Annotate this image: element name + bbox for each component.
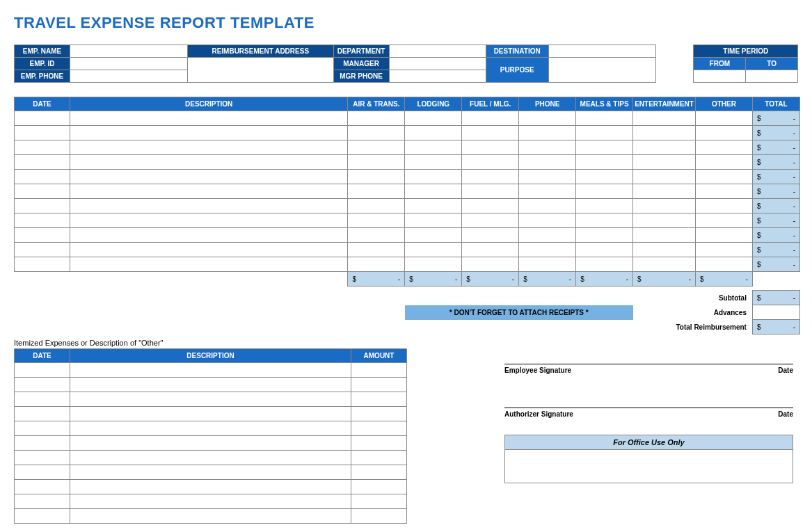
expense-cell[interactable] — [348, 184, 405, 199]
itemized-cell[interactable] — [15, 480, 70, 494]
expense-cell[interactable] — [15, 213, 70, 228]
itemized-cell[interactable] — [351, 494, 407, 509]
itemized-cell[interactable] — [351, 465, 407, 480]
from-input[interactable] — [694, 70, 746, 83]
expense-cell[interactable] — [576, 243, 633, 257]
expense-cell[interactable] — [633, 170, 696, 184]
expense-cell[interactable] — [70, 140, 347, 155]
expense-cell[interactable] — [519, 213, 576, 228]
itemized-cell[interactable] — [351, 363, 407, 378]
itemized-cell[interactable] — [15, 465, 70, 480]
expense-cell[interactable] — [348, 243, 405, 257]
expense-cell[interactable] — [70, 184, 347, 199]
expense-cell[interactable] — [462, 140, 519, 155]
itemized-cell[interactable] — [15, 421, 70, 436]
expense-cell[interactable] — [519, 140, 576, 155]
itemized-cell[interactable] — [70, 392, 351, 407]
itemized-cell[interactable] — [351, 407, 407, 421]
itemized-cell[interactable] — [15, 451, 70, 465]
expense-cell[interactable] — [576, 111, 633, 126]
advances-input[interactable] — [752, 305, 799, 320]
reimb-addr-input[interactable] — [187, 58, 333, 83]
expense-cell[interactable] — [15, 199, 70, 213]
purpose-input[interactable] — [548, 58, 655, 83]
expense-cell[interactable] — [15, 126, 70, 140]
expense-cell[interactable] — [696, 126, 753, 140]
expense-cell[interactable] — [70, 170, 347, 184]
expense-cell[interactable] — [348, 213, 405, 228]
itemized-cell[interactable] — [70, 480, 351, 494]
itemized-cell[interactable] — [351, 392, 407, 407]
expense-cell[interactable] — [633, 199, 696, 213]
itemized-cell[interactable] — [70, 509, 351, 524]
mgr-phone-input[interactable] — [389, 70, 486, 83]
employee-signature-line[interactable]: Employee Signature Date — [504, 364, 793, 374]
itemized-cell[interactable] — [351, 436, 407, 451]
expense-cell[interactable] — [462, 155, 519, 170]
itemized-cell[interactable] — [15, 378, 70, 392]
expense-cell[interactable] — [462, 170, 519, 184]
expense-cell[interactable] — [576, 213, 633, 228]
destination-input[interactable] — [548, 45, 655, 58]
itemized-cell[interactable] — [70, 363, 351, 378]
expense-cell[interactable] — [70, 213, 347, 228]
expense-cell[interactable] — [15, 184, 70, 199]
expense-cell[interactable] — [576, 126, 633, 140]
office-use-body[interactable] — [504, 450, 793, 483]
expense-cell[interactable] — [576, 170, 633, 184]
expense-cell[interactable] — [70, 155, 347, 170]
manager-input[interactable] — [389, 58, 486, 70]
expense-cell[interactable] — [696, 170, 753, 184]
expense-cell[interactable] — [405, 111, 462, 126]
expense-cell[interactable] — [462, 213, 519, 228]
expense-cell[interactable] — [519, 111, 576, 126]
expense-cell[interactable] — [696, 199, 753, 213]
expense-cell[interactable] — [462, 199, 519, 213]
expense-cell[interactable] — [348, 111, 405, 126]
expense-cell[interactable] — [519, 199, 576, 213]
expense-cell[interactable] — [633, 243, 696, 257]
expense-cell[interactable] — [696, 111, 753, 126]
expense-cell[interactable] — [696, 228, 753, 243]
itemized-cell[interactable] — [70, 436, 351, 451]
itemized-cell[interactable] — [15, 509, 70, 524]
expense-cell[interactable] — [519, 170, 576, 184]
expense-cell[interactable] — [405, 213, 462, 228]
expense-cell[interactable] — [348, 228, 405, 243]
expense-cell[interactable] — [348, 155, 405, 170]
emp-name-input[interactable] — [70, 45, 187, 58]
expense-cell[interactable] — [348, 126, 405, 140]
expense-cell[interactable] — [576, 228, 633, 243]
expense-cell[interactable] — [405, 257, 462, 272]
expense-cell[interactable] — [633, 126, 696, 140]
expense-cell[interactable] — [519, 184, 576, 199]
expense-cell[interactable] — [696, 140, 753, 155]
expense-cell[interactable] — [633, 257, 696, 272]
expense-cell[interactable] — [519, 228, 576, 243]
expense-cell[interactable] — [696, 243, 753, 257]
itemized-cell[interactable] — [70, 378, 351, 392]
expense-cell[interactable] — [405, 170, 462, 184]
expense-cell[interactable] — [696, 257, 753, 272]
expense-cell[interactable] — [405, 140, 462, 155]
itemized-cell[interactable] — [70, 407, 351, 421]
expense-cell[interactable] — [519, 243, 576, 257]
authorizer-signature-line[interactable]: Authorizer Signature Date — [504, 408, 793, 418]
expense-cell[interactable] — [462, 228, 519, 243]
expense-cell[interactable] — [633, 155, 696, 170]
itemized-cell[interactable] — [70, 451, 351, 465]
itemized-cell[interactable] — [70, 465, 351, 480]
expense-cell[interactable] — [696, 155, 753, 170]
expense-cell[interactable] — [348, 140, 405, 155]
itemized-cell[interactable] — [15, 494, 70, 509]
expense-cell[interactable] — [576, 155, 633, 170]
emp-id-input[interactable] — [70, 58, 187, 70]
expense-cell[interactable] — [633, 140, 696, 155]
expense-cell[interactable] — [15, 243, 70, 257]
itemized-cell[interactable] — [15, 407, 70, 421]
expense-cell[interactable] — [519, 126, 576, 140]
expense-cell[interactable] — [405, 126, 462, 140]
expense-cell[interactable] — [70, 243, 347, 257]
expense-cell[interactable] — [15, 170, 70, 184]
itemized-cell[interactable] — [351, 509, 407, 524]
